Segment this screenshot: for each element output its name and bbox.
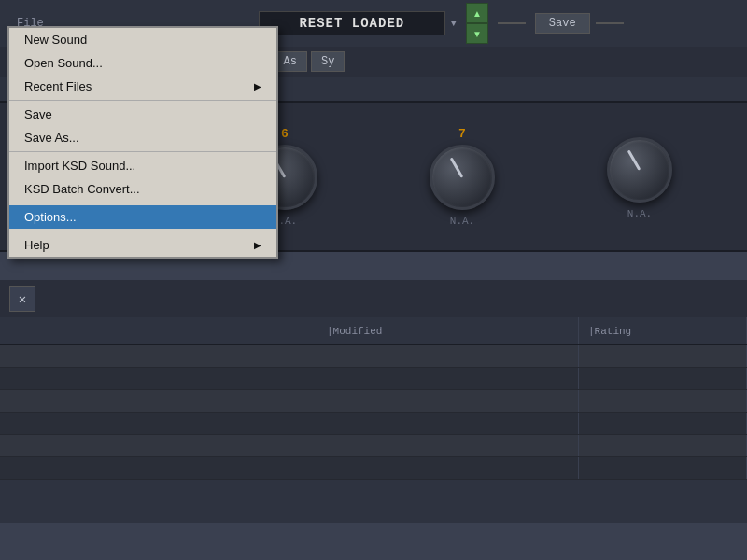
cell-name — [0, 457, 317, 479]
table-row[interactable] — [0, 390, 747, 413]
cell-name — [0, 390, 317, 412]
cell-modified — [317, 435, 579, 456]
preset-up-button[interactable]: ▲ — [466, 3, 488, 23]
cell-modified — [317, 457, 579, 479]
menu-row: File New Sound Open Sound... Recent File… — [0, 0, 747, 47]
menu-item-open-sound[interactable]: Open Sound... — [9, 51, 276, 75]
menu-item-recent-files[interactable]: Recent Files ▶ — [9, 75, 276, 98]
knob-label-8: N.A. — [627, 208, 652, 219]
sy-button[interactable]: Sy — [311, 51, 345, 72]
bottom-panel: ✕ |Modified |Rating — [0, 280, 747, 523]
menu-sep-1 — [9, 100, 276, 101]
knob-column-7: 7 N.A. — [378, 127, 546, 227]
cell-name — [0, 413, 317, 434]
cell-modified — [317, 368, 579, 389]
close-row: ✕ — [0, 280, 747, 317]
menu-item-help[interactable]: Help ▶ — [9, 233, 276, 257]
menu-item-options[interactable]: Options... — [9, 205, 276, 229]
preset-dropdown-arrow[interactable]: ▼ — [445, 15, 462, 33]
cell-modified — [317, 345, 579, 367]
preset-area: RESET LOADED ▼ ▲ ▼ Save — [259, 3, 629, 44]
column-header-rating[interactable]: |Rating — [579, 317, 747, 344]
table-row[interactable] — [0, 457, 747, 480]
close-button[interactable]: ✕ — [9, 286, 35, 312]
menu-sep-4 — [9, 231, 276, 231]
file-menu-area: File New Sound Open Sound... Recent File… — [7, 13, 53, 34]
cell-rating — [579, 435, 747, 456]
menu-item-ksd-batch[interactable]: KSD Batch Convert... — [9, 177, 276, 201]
file-dropdown-menu: New Sound Open Sound... Recent Files ▶ S… — [7, 26, 278, 259]
cell-rating — [579, 390, 747, 412]
cell-rating — [579, 457, 747, 479]
menu-sep-2 — [9, 151, 276, 152]
cell-rating — [579, 345, 747, 367]
menu-item-save[interactable]: Save — [9, 103, 276, 126]
menu-sep-3 — [9, 203, 276, 203]
preset-name-display: RESET LOADED — [259, 11, 445, 35]
column-header-modified[interactable]: |Modified — [317, 317, 579, 344]
separator-line — [498, 22, 526, 24]
knob-number-7: 7 — [458, 127, 466, 141]
table-rows — [0, 345, 747, 523]
menu-item-import-ksd[interactable]: Import KSD Sound... — [9, 154, 276, 177]
cell-rating — [579, 368, 747, 389]
table-row[interactable] — [0, 345, 747, 368]
knob-label-7: N.A. — [450, 216, 474, 227]
menu-item-new-sound[interactable]: New Sound — [9, 28, 276, 51]
cell-name — [0, 368, 317, 389]
save-button[interactable]: Save — [535, 13, 590, 34]
knob-7[interactable] — [430, 145, 495, 210]
top-bar: File New Sound Open Sound... Recent File… — [0, 0, 747, 103]
table-row[interactable] — [0, 413, 747, 435]
table-header: |Modified |Rating — [0, 317, 747, 345]
cell-name — [0, 345, 317, 367]
cell-modified — [317, 390, 579, 412]
knob-column-8: N.A. — [556, 133, 724, 219]
knob-8[interactable] — [607, 137, 672, 203]
cell-name — [0, 435, 317, 456]
cell-rating — [579, 413, 747, 434]
menu-item-save-as[interactable]: Save As... — [9, 126, 276, 149]
preset-down-button[interactable]: ▼ — [466, 23, 488, 44]
separator-line-2 — [596, 22, 624, 24]
table-row[interactable] — [0, 368, 747, 390]
column-header-name — [0, 317, 317, 344]
knob-number-6: 6 — [281, 127, 289, 141]
preset-nav-arrows: ▲ ▼ — [466, 3, 488, 44]
table-row[interactable] — [0, 435, 747, 457]
cell-modified — [317, 413, 579, 434]
